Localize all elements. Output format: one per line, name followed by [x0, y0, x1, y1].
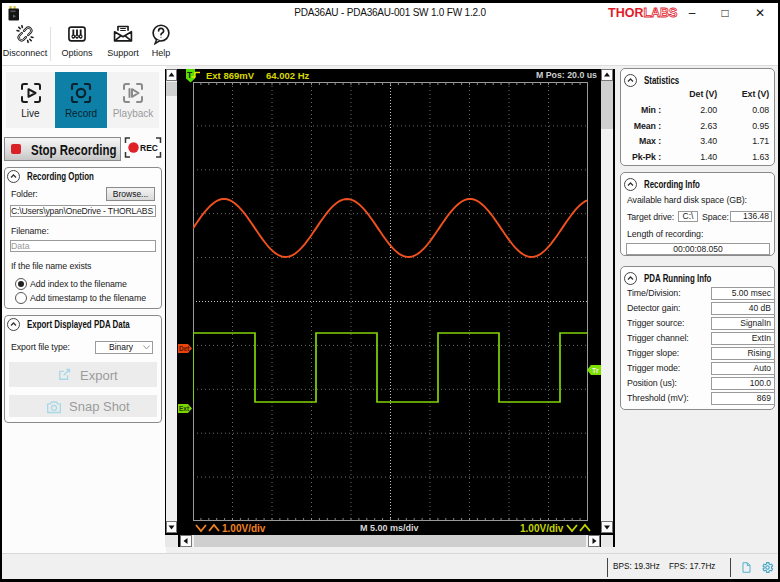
- svg-text:Tr: Tr: [592, 367, 599, 374]
- svg-text:Ext: Ext: [179, 405, 190, 412]
- svg-text:REC: REC: [140, 143, 158, 153]
- svg-text:Det: Det: [179, 345, 190, 352]
- svg-text:T: T: [187, 70, 193, 80]
